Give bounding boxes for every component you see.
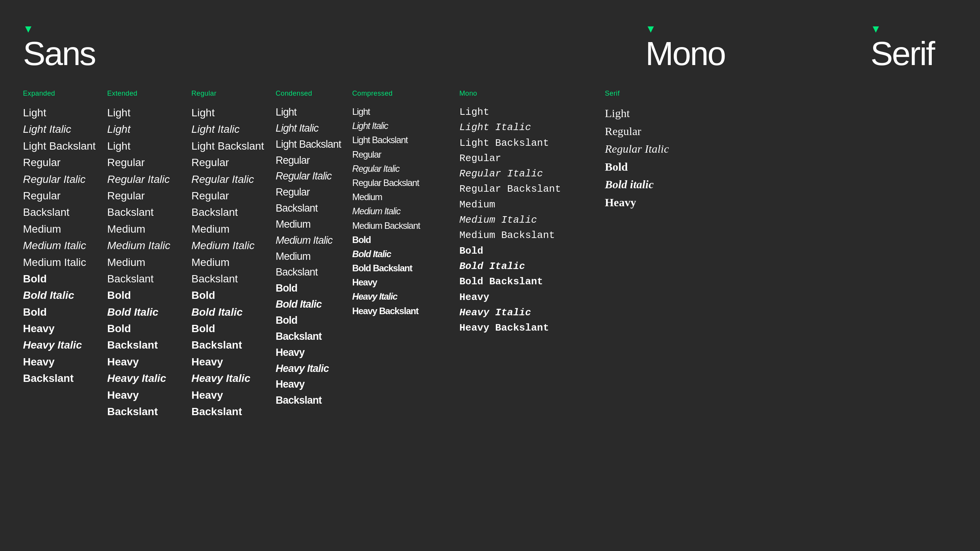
list-item: Heavy	[605, 194, 712, 212]
list-item: Heavy Italic	[276, 361, 345, 377]
list-item: Bold Italic	[352, 247, 429, 261]
list-item: Light Backslant	[23, 138, 100, 154]
list-item: Bold Italic	[191, 304, 268, 320]
label-condensed: Condensed	[276, 90, 345, 98]
list-item: Bold Italic	[23, 287, 100, 303]
column-condensed: Condensed Light Light Italic Light Backs…	[276, 90, 352, 420]
list-item: Heavy Italic	[459, 305, 574, 320]
list-item: Medium Backslant	[459, 228, 574, 243]
list-item: Light Backslant	[276, 137, 345, 153]
list-item: Light Italic	[276, 121, 345, 137]
list-item: Regular Italic	[276, 168, 345, 184]
list-item: Regular Backslant	[352, 176, 429, 190]
list-item: Bold	[605, 158, 712, 176]
list-item: Heavy	[107, 354, 184, 370]
list-item: Regular Italic	[352, 161, 429, 176]
list-item: Regular Backslant	[191, 187, 268, 221]
list-item: Regular	[23, 154, 100, 171]
list-item: Light	[459, 104, 574, 120]
list-item: Medium	[276, 217, 345, 233]
list-item: Medium Italic	[276, 233, 345, 249]
list-item: Heavy	[352, 275, 429, 289]
list-item: Medium Italic	[23, 254, 100, 271]
list-item: Bold Backslant	[459, 274, 574, 289]
mono-title: Mono	[645, 34, 725, 72]
list-item: Medium Backslant	[191, 254, 268, 287]
list-item: Medium Italic	[191, 237, 268, 254]
list-item: Light Italic	[23, 121, 100, 137]
list-item: Medium	[459, 197, 574, 212]
list-item: Medium Backslant	[107, 254, 184, 287]
list-item: Regular Italic	[605, 140, 712, 158]
list-item: Bold	[23, 271, 100, 287]
list-item: Bold Italic	[276, 297, 345, 313]
list-item: Light	[23, 104, 100, 121]
list-item: Bold	[107, 287, 184, 303]
sans-title: Sans	[23, 34, 95, 72]
column-serif: Serif Light Regular Regular Italic Bold …	[605, 90, 720, 420]
list-item: Light Backslant	[191, 138, 268, 154]
list-item: Bold	[191, 287, 268, 303]
list-item: Regular Italic	[23, 171, 100, 187]
mono-arrow: ▼	[645, 23, 725, 35]
list-item: Light	[107, 138, 184, 154]
list-item: Heavy Backslant	[459, 320, 574, 336]
list-item: Heavy Italic	[191, 370, 268, 386]
list-item: Medium Italic	[107, 237, 184, 254]
label-compressed: Compressed	[352, 90, 429, 98]
sans-arrow: ▼	[23, 23, 645, 35]
list-item: Medium Backslant	[276, 249, 345, 281]
list-item: Regular	[459, 151, 574, 166]
column-compressed: Compressed Light Light Italic Light Back…	[352, 90, 436, 420]
spacer-mono-serif	[582, 90, 605, 420]
list-item: Regular	[107, 154, 184, 171]
list-item: Bold Backslant	[352, 261, 429, 275]
list-item: Bold	[276, 280, 345, 297]
list-item: Medium Italic	[23, 237, 100, 254]
list-item: Bold Italic	[459, 259, 574, 274]
list-item: Light	[276, 104, 345, 121]
list-item: Heavy	[459, 290, 574, 305]
list-item: Bold	[23, 304, 100, 320]
label-mono: Mono	[459, 90, 574, 98]
spacer-sans-mono	[436, 90, 459, 420]
column-expanded: Expanded Light Light Italic Light Backsl…	[23, 90, 107, 420]
list-item: Regular Backslant	[23, 187, 100, 221]
list-item: Heavy Italic	[23, 337, 100, 353]
sans-family-header: ▼ Sans	[23, 23, 645, 70]
list-item: Heavy Backslant	[352, 304, 429, 318]
serif-title: Serif	[871, 34, 934, 72]
font-columns: Expanded Light Light Italic Light Backsl…	[11, 90, 969, 420]
list-item: Bold Backslant	[191, 320, 268, 354]
list-item: Regular Backslant	[107, 187, 184, 221]
list-item: Heavy Italic	[107, 370, 184, 386]
list-item: Light	[107, 104, 184, 121]
list-item: Medium	[352, 190, 429, 204]
list-item: Light Italic	[459, 120, 574, 135]
list-item: Medium Backslant	[352, 218, 429, 233]
serif-family-header: ▼ Serif	[871, 23, 934, 70]
list-item: Light Backslant	[459, 135, 574, 151]
list-item: Heavy Backslant	[23, 354, 100, 387]
label-expanded: Expanded	[23, 90, 100, 98]
list-item: Bold Backslant	[107, 320, 184, 354]
list-item: Light	[352, 104, 429, 119]
list-item: Regular	[191, 154, 268, 171]
list-item: Light	[107, 121, 184, 137]
list-item: Regular Italic	[107, 171, 184, 187]
list-item: Medium	[191, 221, 268, 237]
list-item: Bold Italic	[107, 304, 184, 320]
list-item: Medium	[107, 221, 184, 237]
column-regular: Regular Light Light Italic Light Backsla…	[191, 90, 276, 420]
label-regular: Regular	[191, 90, 268, 98]
list-item: Heavy Backslant	[191, 387, 268, 420]
list-item: Light Italic	[352, 119, 429, 133]
list-item: Light Backslant	[352, 133, 429, 147]
list-item: Regular Italic	[459, 166, 574, 181]
list-item: Heavy Backslant	[276, 377, 345, 409]
label-serif: Serif	[605, 90, 712, 98]
list-item: Heavy	[276, 345, 345, 361]
list-item: Regular Backslant	[459, 181, 574, 197]
list-item: Regular	[276, 153, 345, 169]
list-item: Heavy	[23, 320, 100, 337]
